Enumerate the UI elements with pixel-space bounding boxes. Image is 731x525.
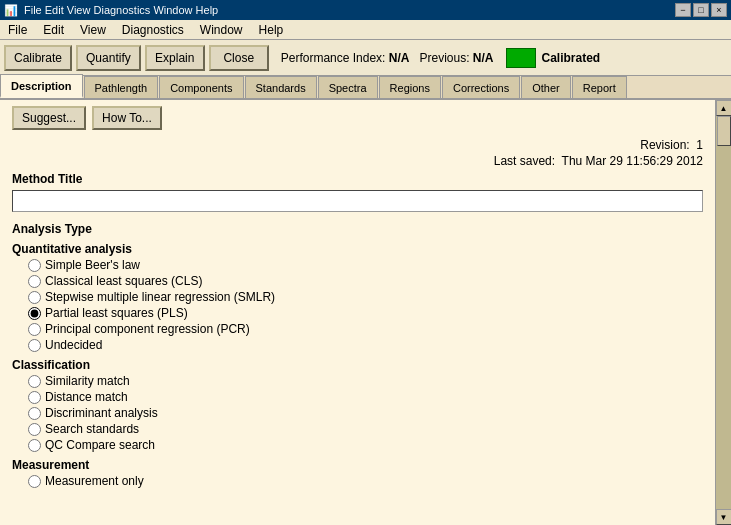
radio-distance-label[interactable]: Distance match xyxy=(45,390,128,404)
radio-simple-beers-input[interactable] xyxy=(28,259,41,272)
calibrated-light xyxy=(506,48,536,68)
radio-discriminant-input[interactable] xyxy=(28,407,41,420)
radio-search-standards-label[interactable]: Search standards xyxy=(45,422,139,436)
radio-undecided-label[interactable]: Undecided xyxy=(45,338,102,352)
radio-simple-beers: Simple Beer's law xyxy=(28,258,703,272)
main-content: Suggest... How To... Revision: 1 Last sa… xyxy=(0,100,715,525)
radio-undecided-input[interactable] xyxy=(28,339,41,352)
radio-cls-label[interactable]: Classical least squares (CLS) xyxy=(45,274,202,288)
scroll-down-button[interactable]: ▼ xyxy=(716,509,732,525)
action-buttons: Suggest... How To... xyxy=(12,106,703,130)
tab-other[interactable]: Other xyxy=(521,76,571,98)
radio-pls: Partial least squares (PLS) xyxy=(28,306,703,320)
menu-edit[interactable]: Edit xyxy=(39,21,68,39)
tab-standards[interactable]: Standards xyxy=(245,76,317,98)
radio-pcr-input[interactable] xyxy=(28,323,41,336)
restore-button[interactable]: □ xyxy=(693,3,709,17)
tab-description[interactable]: Description xyxy=(0,74,83,98)
calibrated-indicator: Calibrated xyxy=(506,48,601,68)
tab-report[interactable]: Report xyxy=(572,76,627,98)
scroll-track[interactable] xyxy=(716,116,732,509)
window-controls: − □ × xyxy=(675,3,727,17)
last-saved-row: Last saved: Thu Mar 29 11:56:29 2012 xyxy=(12,154,703,168)
radio-cls-input[interactable] xyxy=(28,275,41,288)
analysis-type-label: Analysis Type xyxy=(12,222,703,236)
radio-qc-compare: QC Compare search xyxy=(28,438,703,452)
calibrate-button[interactable]: Calibrate xyxy=(4,45,72,71)
tab-components[interactable]: Components xyxy=(159,76,243,98)
tabs-row: Description Pathlength Components Standa… xyxy=(0,76,731,100)
content-area: Suggest... How To... Revision: 1 Last sa… xyxy=(0,100,731,525)
radio-smlr-label[interactable]: Stepwise multiple linear regression (SML… xyxy=(45,290,275,304)
radio-search-standards-input[interactable] xyxy=(28,423,41,436)
title-bar-text: File Edit View Diagnostics Window Help xyxy=(24,4,218,16)
classification-label: Classification xyxy=(12,358,703,372)
how-to-button[interactable]: How To... xyxy=(92,106,162,130)
radio-smlr: Stepwise multiple linear regression (SML… xyxy=(28,290,703,304)
analysis-type-section: Analysis Type Quantitative analysis Simp… xyxy=(12,222,703,488)
radio-similarity-input[interactable] xyxy=(28,375,41,388)
radio-similarity-label[interactable]: Similarity match xyxy=(45,374,130,388)
radio-qc-compare-input[interactable] xyxy=(28,439,41,452)
radio-undecided: Undecided xyxy=(28,338,703,352)
radio-qc-compare-label[interactable]: QC Compare search xyxy=(45,438,155,452)
radio-discriminant-label[interactable]: Discriminant analysis xyxy=(45,406,158,420)
close-button[interactable]: × xyxy=(711,3,727,17)
radio-distance: Distance match xyxy=(28,390,703,404)
close-toolbar-button[interactable]: Close xyxy=(209,45,269,71)
suggest-button[interactable]: Suggest... xyxy=(12,106,86,130)
radio-measurement-only-input[interactable] xyxy=(28,475,41,488)
radio-smlr-input[interactable] xyxy=(28,291,41,304)
menu-bar: File Edit View Diagnostics Window Help xyxy=(0,20,731,40)
minimize-button[interactable]: − xyxy=(675,3,691,17)
calibrated-label: Calibrated xyxy=(542,51,601,65)
radio-distance-input[interactable] xyxy=(28,391,41,404)
radio-pcr: Principal component regression (PCR) xyxy=(28,322,703,336)
radio-measurement-only-label[interactable]: Measurement only xyxy=(45,474,144,488)
radio-search-standards: Search standards xyxy=(28,422,703,436)
radio-similarity: Similarity match xyxy=(28,374,703,388)
revision-label: Revision: xyxy=(640,138,689,152)
toolbar: Calibrate Quantify Explain Close Perform… xyxy=(0,40,731,76)
quantify-button[interactable]: Quantify xyxy=(76,45,141,71)
menu-window[interactable]: Window xyxy=(196,21,247,39)
tab-corrections[interactable]: Corrections xyxy=(442,76,520,98)
app-icon: 📊 xyxy=(4,4,18,17)
menu-file[interactable]: File xyxy=(4,21,31,39)
tab-regions[interactable]: Regions xyxy=(379,76,441,98)
last-saved-value: Thu Mar 29 11:56:29 2012 xyxy=(562,154,703,168)
tab-pathlength[interactable]: Pathlength xyxy=(84,76,159,98)
radio-measurement-only: Measurement only xyxy=(28,474,703,488)
scroll-thumb[interactable] xyxy=(717,116,731,146)
explain-button[interactable]: Explain xyxy=(145,45,205,71)
measurement-label: Measurement xyxy=(12,458,703,472)
radio-simple-beers-label[interactable]: Simple Beer's law xyxy=(45,258,140,272)
title-bar: 📊 File Edit View Diagnostics Window Help… xyxy=(0,0,731,20)
radio-discriminant: Discriminant analysis xyxy=(28,406,703,420)
method-title-label: Method Title xyxy=(12,172,703,186)
perf-index-label: Performance Index: N/A Previous: N/A xyxy=(281,51,494,65)
radio-pls-input[interactable] xyxy=(28,307,41,320)
method-title-input[interactable] xyxy=(12,190,703,212)
tab-spectra[interactable]: Spectra xyxy=(318,76,378,98)
scrollbar: ▲ ▼ xyxy=(715,100,731,525)
radio-pcr-label[interactable]: Principal component regression (PCR) xyxy=(45,322,250,336)
radio-cls: Classical least squares (CLS) xyxy=(28,274,703,288)
revision-row: Revision: 1 xyxy=(12,138,703,152)
quantitative-label: Quantitative analysis xyxy=(12,242,703,256)
revision-value: 1 xyxy=(696,138,703,152)
menu-diagnostics[interactable]: Diagnostics xyxy=(118,21,188,39)
last-saved-label: Last saved: xyxy=(494,154,555,168)
scroll-up-button[interactable]: ▲ xyxy=(716,100,732,116)
menu-help[interactable]: Help xyxy=(255,21,288,39)
radio-pls-label[interactable]: Partial least squares (PLS) xyxy=(45,306,188,320)
menu-view[interactable]: View xyxy=(76,21,110,39)
